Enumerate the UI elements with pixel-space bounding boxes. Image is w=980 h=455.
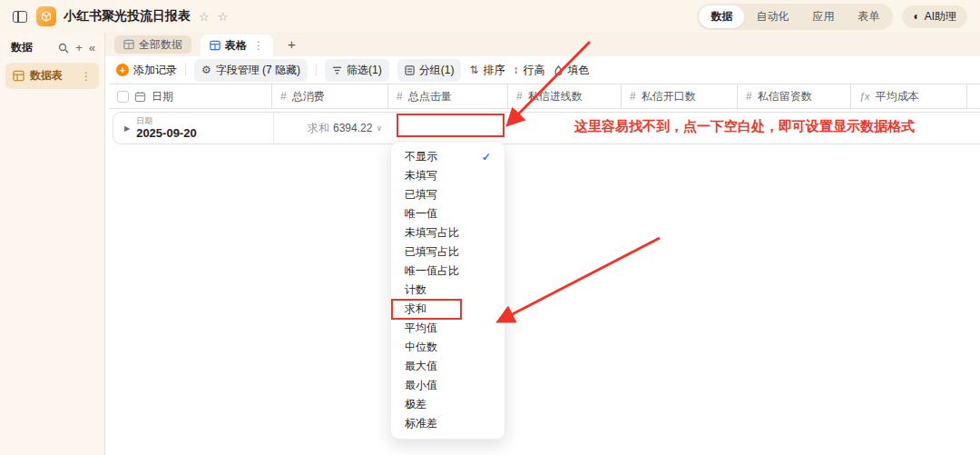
row-height-label: 行高 (524, 63, 545, 78)
bitable-app: { "colors": { "accent_orange": "#ff8800"… (0, 0, 980, 455)
view-tab-grid[interactable]: 表格 ⋮ (201, 35, 273, 56)
top-bar: 小红书聚光投流日报表 ☆ ☆ 数据 自动化 应用 表单 ◐ AI助理 (0, 0, 980, 33)
menu-item-label: 不显示 (405, 149, 437, 164)
sidebar-item-datasheet[interactable]: 数据表 ⋮ (5, 63, 99, 89)
ai-assistant-label: AI助理 (925, 9, 956, 25)
sidebar-toggle-icon[interactable] (13, 11, 27, 23)
menu-item-range[interactable]: 极差 (391, 395, 505, 414)
collapse-sidebar-icon[interactable]: « (89, 42, 95, 54)
menu-item-filled[interactable]: 已填写 (391, 185, 505, 204)
group-row-date-cell[interactable]: ▶ 日期 2025-09-20 (113, 113, 273, 143)
menu-item-unique[interactable]: 唯一值 (391, 204, 505, 223)
check-icon: ✓ (482, 151, 491, 163)
filter-button[interactable]: 筛选(1) (325, 59, 389, 82)
toolbar-divider (185, 64, 186, 76)
field-manage-button[interactable]: ⚙ 字段管理 (7 隐藏) (194, 59, 308, 82)
number-field-icon: # (280, 90, 287, 103)
favorite-star-icon[interactable]: ☆ (218, 10, 229, 24)
page-title: 小红书聚光投流日报表 (64, 8, 191, 25)
column-header-avg-cost[interactable]: ƒx 平均成本 (851, 84, 967, 108)
summary-value: 6394.22 (333, 122, 372, 134)
annotation-highlight-box-cell (397, 114, 505, 137)
menu-item-percent-unique[interactable]: 唯一值占比 (391, 262, 505, 281)
add-record-button[interactable]: + 添加记录 (116, 63, 177, 78)
number-field-icon: # (516, 90, 523, 103)
menu-item-label: 极差 (405, 397, 426, 412)
tab-forms[interactable]: 表单 (846, 5, 891, 28)
menu-item-label: 唯一值 (405, 206, 437, 222)
summary-label: 求和 (308, 121, 329, 136)
expand-group-icon[interactable]: ▶ (124, 124, 130, 133)
menu-item-label: 最小值 (405, 378, 437, 393)
tab-data[interactable]: 数据 (699, 5, 744, 28)
tab-automation[interactable]: 自动化 (744, 5, 800, 28)
tab-apps[interactable]: 应用 (800, 5, 846, 28)
menu-item-label: 唯一值占比 (405, 263, 459, 279)
menu-item-empty[interactable]: 未填写 (391, 166, 505, 185)
calendar-icon (134, 91, 146, 103)
field-manage-label: 字段管理 (7 隐藏) (216, 63, 300, 78)
add-record-label: 添加记录 (133, 63, 177, 78)
sidebar-header: 数据 + « (0, 33, 104, 61)
column-label: 私信进线数 (528, 89, 583, 104)
menu-item-min[interactable]: 最小值 (391, 376, 505, 395)
toolbar-divider (316, 64, 317, 76)
fill-color-button[interactable]: 填色 (554, 63, 590, 78)
group-field-label: 日期 (136, 116, 197, 126)
number-field-icon: # (630, 90, 636, 103)
column-label: 平均成本 (876, 89, 919, 104)
menu-item-label: 已填写 (405, 187, 437, 203)
row-height-button[interactable]: ↕ 行高 (514, 63, 545, 78)
gear-icon: ⚙ (201, 64, 211, 75)
menu-item-label: 最大值 (405, 359, 437, 374)
menu-item-hide[interactable]: 不显示 ✓ (391, 147, 505, 166)
summary-cell-total-spend[interactable]: 求和 6394.22 ∨ (273, 113, 389, 143)
column-label: 私信留资数 (758, 89, 812, 104)
select-all-checkbox[interactable] (117, 91, 129, 103)
menu-item-stddev[interactable]: 标准差 (391, 414, 505, 433)
add-view-icon[interactable]: + (288, 36, 296, 52)
column-header-dm-leads-in[interactable]: # 私信进线数 (508, 84, 622, 108)
menu-item-sum[interactable]: 求和 (391, 300, 505, 319)
menu-item-percent-empty[interactable]: 未填写占比 (391, 223, 505, 242)
sort-button[interactable]: ⇅ 排序 (469, 63, 505, 78)
app-logo-icon (36, 6, 56, 26)
menu-item-median[interactable]: 中位数 (391, 338, 505, 357)
menu-item-label: 未填写 (405, 168, 437, 183)
view-tab-more-icon[interactable]: ⋮ (253, 39, 264, 52)
column-header-dm-replies[interactable]: # 私信开口数 (622, 84, 738, 108)
paint-icon (554, 65, 564, 75)
shortcut-star-icon[interactable]: ☆ (199, 10, 210, 24)
menu-item-label: 求和 (405, 302, 426, 317)
column-header-date[interactable]: 日期 (109, 84, 272, 108)
column-header-total-spend[interactable]: # 总消费 (272, 84, 388, 108)
table-icon (13, 70, 24, 82)
menu-item-average[interactable]: 平均值 (391, 319, 505, 338)
filter-icon (332, 65, 342, 75)
toolbar: + 添加记录 ⚙ 字段管理 (7 隐藏) 筛选(1) 分组(1) ⇅ 排序 (105, 56, 980, 84)
grid-icon (210, 40, 220, 51)
number-field-icon: # (397, 90, 403, 103)
search-icon[interactable] (58, 43, 69, 54)
column-label: 总点击量 (408, 89, 452, 104)
summary-format-dropdown: 不显示 ✓ 未填写 已填写 唯一值 未填写占比 已填写占比 唯一值占比 计数 求… (390, 141, 505, 440)
sort-icon: ⇅ (469, 64, 478, 75)
group-button[interactable]: 分组(1) (397, 59, 462, 82)
sidebar-item-more-icon[interactable]: ⋮ (81, 70, 92, 83)
view-tab-all-data[interactable]: 全部数据 (114, 35, 191, 54)
menu-item-max[interactable]: 最大值 (391, 357, 505, 376)
column-header-total-clicks[interactable]: # 总点击量 (388, 84, 508, 108)
ai-assistant-button[interactable]: ◐ AI助理 (902, 5, 967, 28)
menu-item-label: 标准差 (405, 416, 437, 431)
group-label: 分组(1) (419, 63, 455, 78)
row-height-icon: ↕ (514, 64, 519, 75)
view-tab-label: 表格 (225, 38, 247, 54)
column-label: 私信开口数 (642, 89, 696, 104)
grid-icon (123, 39, 134, 50)
menu-item-count[interactable]: 计数 (391, 281, 505, 300)
add-table-icon[interactable]: + (75, 42, 83, 54)
column-header-dm-contacts[interactable]: # 私信留资数 (738, 84, 851, 108)
menu-item-label: 计数 (405, 282, 426, 298)
menu-item-percent-filled[interactable]: 已填写占比 (391, 242, 505, 262)
view-tab-strip: 全部数据 表格 ⋮ + (105, 33, 980, 56)
